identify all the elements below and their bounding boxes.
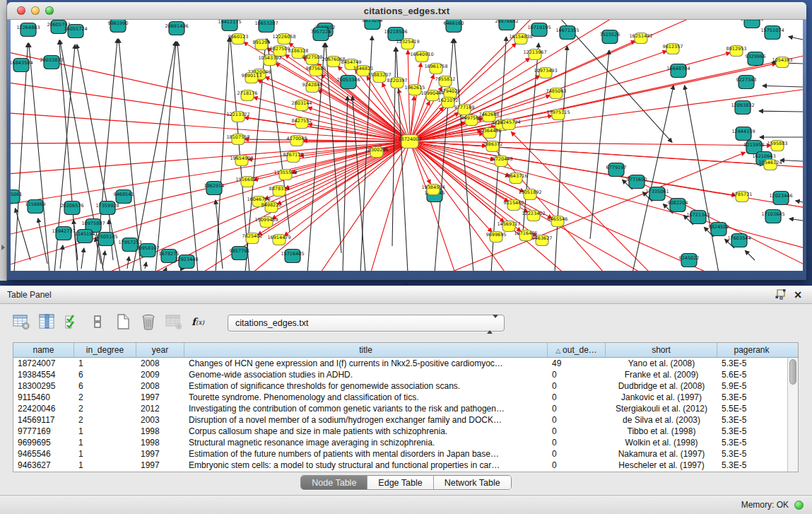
graph-node-label: 9082204	[668, 200, 688, 206]
cell-name: 18724007	[13, 358, 74, 369]
graph-edge	[590, 50, 609, 239]
cell-pagerank: 5.9E-5	[717, 380, 786, 392]
table-scrollbar[interactable]	[787, 358, 798, 472]
table-mode-button[interactable]	[11, 314, 31, 333]
cell-title: Changes of HCN gene expression and I(f) …	[184, 358, 548, 369]
table-row[interactable]: 969969511998Structural magnetic resonanc…	[13, 437, 787, 448]
table-row[interactable]: 1872400712008Changes of HCN gene express…	[13, 358, 787, 369]
graph-node-label: 20206576	[60, 203, 83, 209]
cell-title: Corpus callosum shape and size in male p…	[184, 426, 548, 437]
graph-node-label: 8215958	[744, 142, 765, 148]
memory-status-icon[interactable]	[794, 501, 804, 510]
sort-ascending-icon: △	[555, 347, 560, 354]
column-header-in_degree[interactable]: in_degree	[74, 343, 136, 357]
graph-node-label: 14569117	[497, 221, 520, 227]
graph-node-label: 891295	[253, 40, 271, 45]
cell-pagerank: 5.3E-5	[717, 358, 786, 369]
row-height-button[interactable]	[88, 314, 107, 333]
tab-edge-table[interactable]: Edge Table	[367, 476, 433, 489]
cell-name: 22420046	[13, 403, 74, 414]
select-all-button[interactable]	[62, 314, 82, 333]
graph-node-label: 11355584	[273, 170, 297, 175]
table-select-dropdown[interactable]: citations_edges.txt	[228, 315, 505, 332]
cell-year: 2009	[136, 369, 184, 380]
table-row[interactable]: 1456911722003Disruption of a novel membe…	[13, 414, 787, 426]
graph-node-label: 16210643	[752, 153, 775, 159]
cell-name: 19384554	[13, 369, 74, 380]
graph-node-label: 9465546	[548, 216, 568, 222]
column-header-short[interactable]: short	[606, 343, 717, 357]
column-header-out_de[interactable]: △out_de…	[548, 343, 606, 357]
graph-node-label: 12223402	[522, 211, 545, 216]
table-row[interactable]: 946362711997Embryonic stem cells: a mode…	[13, 460, 787, 471]
graph-edge	[555, 46, 567, 271]
graph-node-label: 20364486	[478, 128, 501, 134]
table-row[interactable]: 1938455462009Genome-wide association stu…	[13, 369, 787, 380]
graph-node-label: 8267110	[283, 152, 304, 158]
function-builder-button[interactable]: f(x)	[189, 314, 209, 333]
tab-node-table[interactable]: Node Table	[301, 476, 367, 489]
cell-year: 1997	[136, 448, 184, 460]
graph-node-label: 17957253	[118, 240, 141, 245]
cell-short: Yano et al. (2008)	[606, 358, 717, 369]
cell-pagerank: 5.3E-5	[717, 437, 786, 448]
show-columns-button[interactable]	[37, 314, 57, 333]
graph-edge	[759, 111, 803, 112]
cell-pagerank: 5.3E-5	[717, 448, 786, 460]
panel-expand-arrow-icon[interactable]	[1, 245, 5, 250]
document-icon	[114, 313, 131, 333]
table-row[interactable]: 2242004622012Investigating the contribut…	[13, 403, 787, 414]
graph-edge	[685, 86, 719, 271]
network-window-titlebar[interactable]: citations_edges.txt	[7, 2, 806, 20]
graph-node-label: 20691406	[165, 23, 188, 29]
graph-node-label: 19412175	[218, 20, 241, 25]
graph-node-label: 17335061	[645, 189, 669, 194]
graph-node-label: 16640910	[410, 52, 433, 57]
graph-edge	[39, 141, 410, 271]
graph-node-label: 17103645	[761, 211, 784, 217]
table-panel: Table Panel ✕ f(x)citations_edges.txt na…	[0, 286, 812, 495]
tab-network-table[interactable]: Network Table	[434, 476, 511, 489]
graph-node-label: 8220397	[387, 78, 408, 83]
citation-network-graph[interactable]: 1226486320605793140557249861990206914061…	[11, 20, 803, 271]
table-row[interactable]: 946554611997Estimation of the future num…	[13, 448, 787, 460]
graph-node-label: 18300295	[365, 147, 388, 153]
table-row[interactable]: 911546021997Tourette syndrome. Phenomeno…	[13, 392, 787, 403]
graph-node-label: 12923448	[175, 257, 198, 262]
column-header-year[interactable]: year	[136, 343, 184, 357]
scrollbar-thumb[interactable]	[789, 359, 796, 385]
cell-year: 2008	[136, 380, 184, 392]
network-canvas[interactable]: 1226486320605793140557249861990206914061…	[11, 20, 803, 271]
graph-node-label: 16251432	[629, 33, 652, 39]
graph-node-label: 16914479	[267, 235, 290, 240]
close-panel-icon[interactable]: ✕	[794, 288, 802, 301]
cell-name: 9465546	[13, 448, 74, 460]
cell-title: Disruption of a novel member of a sodium…	[184, 414, 548, 426]
delete-table-button[interactable]	[139, 314, 158, 333]
cell-year: 1997	[136, 392, 184, 403]
cell-out_de: 0	[548, 403, 606, 414]
graph-node-label: 2718176	[237, 90, 258, 96]
graph-node-label: 9115460	[504, 200, 524, 206]
table-row[interactable]: 1830029562008Estimation of significance …	[13, 380, 787, 392]
float-panel-icon[interactable]	[774, 288, 788, 301]
split-pane-handle[interactable]	[402, 281, 409, 285]
cell-year: 2012	[136, 403, 184, 414]
graph-node-label: 18107558	[226, 134, 249, 140]
graph-node-label: 16245734	[497, 119, 520, 125]
column-header-pagerank[interactable]: pagerank	[717, 343, 786, 357]
table-tabs-bar: Node TableEdge TableNetwork Table	[0, 475, 812, 495]
graph-node-label: 8878334	[269, 186, 290, 192]
graph-node-label: 9612357	[663, 44, 683, 49]
column-header-name[interactable]: name	[13, 343, 74, 357]
cell-title: Tourette syndrome. Phenomenology and cla…	[184, 392, 548, 403]
table-row[interactable]: 977716911998Corpus callosum shape and si…	[13, 426, 787, 437]
graph-node-label: 15716485	[281, 251, 304, 257]
network-window[interactable]: citations_edges.txt 12264863206057931405…	[7, 2, 806, 280]
new-table-button[interactable]	[113, 314, 133, 333]
table-gear-icon	[12, 313, 30, 333]
table-toolbar: f(x)citations_edges.txt	[0, 311, 505, 335]
graph-node-label: 12213322	[226, 112, 249, 117]
svg-text:(x): (x)	[196, 319, 205, 326]
column-header-title[interactable]: title	[184, 343, 548, 357]
